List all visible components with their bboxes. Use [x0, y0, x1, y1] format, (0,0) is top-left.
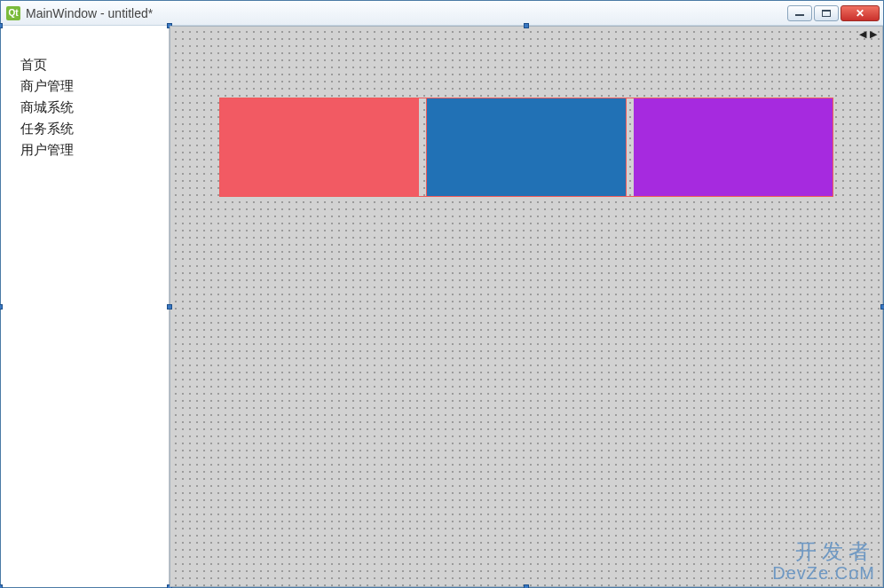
- resize-handle-icon[interactable]: [524, 584, 529, 588]
- title-bar[interactable]: Qt MainWindow - untitled* ✕: [1, 1, 883, 26]
- red-block[interactable]: [220, 98, 419, 196]
- watermark: 开发者 DevZe.CoM: [772, 540, 875, 583]
- cell-1: [220, 98, 419, 196]
- minimize-button[interactable]: [787, 5, 812, 21]
- sidebar-inner: 首页 商户管理 商城系统 任务系统 用户管理: [1, 26, 169, 161]
- purple-block[interactable]: [634, 98, 833, 196]
- blue-block[interactable]: [427, 98, 626, 196]
- cell-2: [426, 98, 627, 196]
- resize-handle-icon[interactable]: [167, 304, 172, 310]
- color-row-layout[interactable]: [219, 98, 833, 197]
- resize-handle-icon[interactable]: [0, 23, 3, 28]
- close-button[interactable]: ✕: [841, 5, 880, 21]
- cell-3: [634, 98, 833, 196]
- client-area: 首页 商户管理 商城系统 任务系统 用户管理 ◀ ▶: [1, 26, 883, 587]
- qt-logo-icon: Qt: [6, 6, 20, 20]
- sidebar-item-home[interactable]: 首页: [20, 54, 169, 75]
- sidebar-tree[interactable]: 首页 商户管理 商城系统 任务系统 用户管理: [1, 26, 170, 587]
- tab-scroll-right-button[interactable]: ▶: [868, 28, 879, 39]
- tab-scroll-group: ◀ ▶: [857, 28, 879, 39]
- maximize-button[interactable]: [814, 5, 839, 21]
- sidebar-item-task[interactable]: 任务系统: [20, 118, 169, 139]
- resize-handle-icon[interactable]: [0, 304, 3, 310]
- watermark-line-2: DevZe.CoM: [772, 563, 875, 583]
- sidebar-item-user[interactable]: 用户管理: [20, 139, 169, 161]
- resize-handle-icon[interactable]: [880, 304, 884, 310]
- close-icon: ✕: [856, 8, 864, 19]
- app-window: Qt MainWindow - untitled* ✕ 首页 商户管理 商城系统…: [0, 0, 884, 588]
- watermark-line-1: 开发者: [772, 540, 875, 563]
- sidebar-item-merchant[interactable]: 商户管理: [20, 75, 169, 97]
- maximize-icon: [822, 10, 831, 17]
- sidebar-item-mall[interactable]: 商城系统: [20, 97, 169, 118]
- design-canvas[interactable]: ◀ ▶ 开发者 DevZe.CoM: [170, 26, 883, 587]
- resize-handle-icon[interactable]: [0, 584, 3, 588]
- resize-handle-icon[interactable]: [524, 23, 529, 28]
- window-title: MainWindow - untitled*: [26, 6, 153, 20]
- tab-scroll-left-button[interactable]: ◀: [857, 28, 868, 39]
- minimize-icon: [795, 14, 804, 16]
